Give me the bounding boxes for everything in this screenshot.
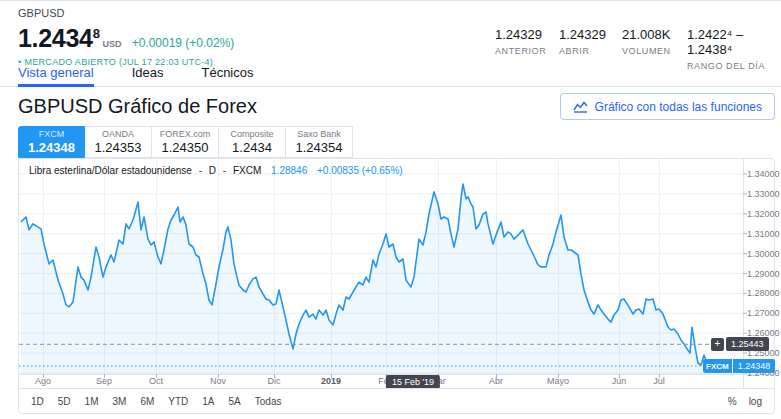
- stat-value: 1.24329: [495, 27, 546, 42]
- range-button-5a[interactable]: 5A: [229, 396, 241, 407]
- range-button-ytd[interactable]: YTD: [168, 396, 188, 407]
- broker-tab-fxcm[interactable]: FXCM1.24348: [18, 126, 85, 158]
- stat-value: 1.2422⁴ – 1.2438⁴: [687, 27, 781, 57]
- range-button-1d[interactable]: 1D: [31, 396, 44, 407]
- y-axis-label-1-27000: 1.27000: [747, 308, 780, 318]
- legend-source: FXCM: [233, 165, 261, 176]
- chart-card: Libra esterlina/Dólar estadounidense - D…: [18, 158, 775, 414]
- x-axis-label-sep: Sep: [96, 376, 112, 386]
- broker-tab-forex-com[interactable]: FOREX.com1.24350: [152, 126, 219, 158]
- page-title: GBPUSD Gráfico de Forex: [18, 95, 257, 118]
- range-buttons: 1D5D1M3M6MYTD1A5ATodas: [31, 396, 281, 407]
- broker-tab-price: 1.24350: [162, 140, 209, 155]
- broker-tab-name: OANDA: [102, 129, 134, 139]
- broker-tab-composite[interactable]: Composite1.2434: [219, 126, 286, 158]
- crosshair-price-badge: 1.25443: [726, 337, 769, 351]
- y-axis-label-1-32000: 1.32000: [747, 209, 780, 219]
- stat-value: 21.008K: [622, 27, 671, 42]
- broker-tabs: FXCM1.24348OANDA1.24353FOREX.com1.24350C…: [18, 126, 353, 158]
- stat-label: VOLUMEN: [622, 46, 671, 56]
- y-axis-label-1-31000: 1.31000: [747, 229, 780, 239]
- stat-volumen: 21.008KVOLUMEN: [622, 27, 671, 56]
- scale-buttons: % log: [728, 396, 762, 407]
- chart-toolbar: 1D5D1M3M6MYTD1A5ATodas % log: [19, 388, 774, 413]
- percent-scale-button[interactable]: %: [728, 396, 737, 407]
- stat-label: ANTERIOR: [495, 46, 546, 56]
- x-axis-label-ago: Ago: [35, 376, 51, 386]
- x-axis-label-jul: Jul: [653, 376, 665, 386]
- legend-interval: D: [209, 165, 216, 176]
- chart-icon: [573, 101, 588, 113]
- stat-label: ABRIR: [559, 46, 606, 56]
- broker-tab-price: 1.24353: [95, 140, 142, 155]
- range-button-todas[interactable]: Todas: [255, 396, 282, 407]
- tab-t-cnicos[interactable]: Técnicos: [201, 58, 253, 87]
- last-price-source-badge: FXCM: [703, 359, 732, 373]
- range-button-1a[interactable]: 1A: [202, 396, 214, 407]
- broker-tab-price: 1.24354: [296, 140, 343, 155]
- x-axis-label-dic: Dic: [268, 376, 281, 386]
- broker-tab-name: FOREX.com: [160, 129, 211, 139]
- nav-tabs: Vista generalIdeasTécnicos: [0, 58, 781, 87]
- crosshair-date-badge: 15 Feb '19: [386, 375, 440, 389]
- log-scale-button[interactable]: log: [749, 396, 762, 407]
- broker-tab-price: 1.2434: [232, 140, 272, 155]
- x-axis-label-jun: Jun: [612, 376, 627, 386]
- full-chart-button-label: Gráfico con todas las funciones: [595, 100, 762, 114]
- symbol-overview-page: GBPUSD 1.24348 USD +0.00019 (+0.02%) •ME…: [0, 0, 781, 419]
- tab-ideas[interactable]: Ideas: [132, 58, 164, 87]
- x-axis-label-oct: Oct: [149, 376, 163, 386]
- legend-separator: -: [223, 165, 226, 176]
- legend-separator: -: [199, 165, 202, 176]
- tab-vista-general[interactable]: Vista general: [18, 58, 94, 87]
- broker-tab-name: Composite: [230, 129, 273, 139]
- broker-tab-price: 1.24348: [28, 140, 75, 155]
- stat-anterior: 1.24329ANTERIOR: [495, 27, 546, 56]
- range-button-1m[interactable]: 1M: [85, 396, 99, 407]
- broker-tab-oanda[interactable]: OANDA1.24353: [85, 126, 152, 158]
- broker-tab-name: FXCM: [39, 129, 65, 139]
- broker-tab-name: Saxo Bank: [297, 129, 341, 139]
- y-axis-label-1-28000: 1.28000: [747, 288, 780, 298]
- last-price-row: FXCM 1.24348: [703, 359, 775, 373]
- y-axis-label-1-29000: 1.29000: [747, 269, 780, 279]
- x-axis-label-mayo: Mayo: [547, 376, 569, 386]
- y-axis-label-1-33000: 1.33000: [747, 189, 780, 199]
- add-order-plus-button[interactable]: +: [711, 338, 724, 351]
- legend-symbol-title: Libra esterlina/Dólar estadounidense: [29, 165, 192, 176]
- legend-change: +0.00835 (+0.65%): [317, 165, 403, 176]
- x-axis-label-nov: Nov: [210, 376, 226, 386]
- header-stats: 1.24329ANTERIOR1.24329ABRIR21.008KVOLUME…: [0, 1, 781, 57]
- y-axis-label-1-34000: 1.34000: [747, 169, 780, 179]
- legend-price: 1.28846: [271, 165, 307, 176]
- stat-value: 1.24329: [559, 27, 606, 42]
- crosshair-price-row: + 1.25443: [711, 337, 769, 351]
- stat-abrir: 1.24329ABRIR: [559, 27, 606, 56]
- range-button-5d[interactable]: 5D: [58, 396, 71, 407]
- chart-legend: Libra esterlina/Dólar estadounidense - D…: [29, 165, 403, 176]
- full-chart-button[interactable]: Gráfico con todas las funciones: [560, 93, 775, 120]
- range-button-3m[interactable]: 3M: [113, 396, 127, 407]
- x-axis-label-abr: Abr: [489, 376, 503, 386]
- range-button-6m[interactable]: 6M: [140, 396, 154, 407]
- x-axis-label-2019: 2019: [321, 376, 341, 386]
- broker-tab-saxo-bank[interactable]: Saxo Bank1.24354: [286, 126, 353, 158]
- last-price-badge: 1.24348: [733, 359, 776, 373]
- y-axis-label-1-30000: 1.30000: [747, 249, 780, 259]
